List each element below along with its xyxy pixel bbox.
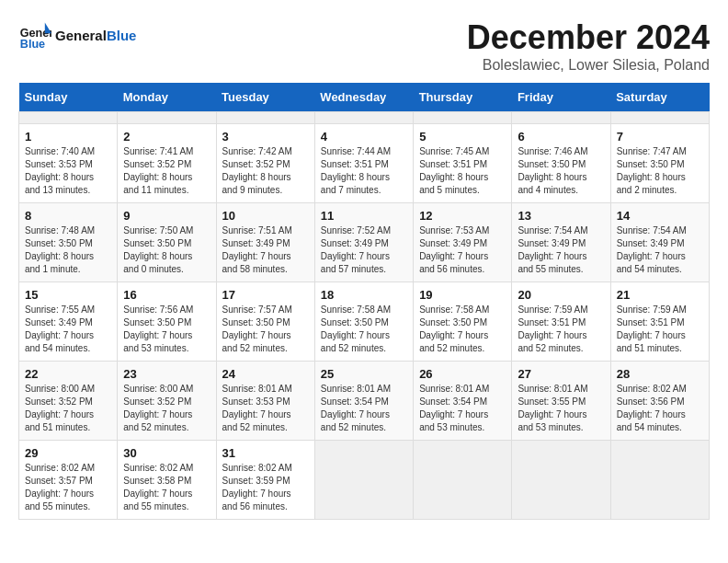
day-number: 23 [123,367,210,381]
day-info: Sunrise: 7:50 AMSunset: 3:50 PMDaylight:… [123,224,210,276]
day-info: Sunrise: 7:55 AMSunset: 3:49 PMDaylight:… [25,304,111,355]
header-day-thursday: Thursday [414,83,512,112]
calendar-cell: 11Sunrise: 7:52 AMSunset: 3:49 PMDayligh… [314,203,413,282]
day-number: 20 [518,288,604,302]
day-info: Sunrise: 7:57 AMSunset: 3:50 PMDaylight:… [222,304,309,355]
day-number: 30 [123,446,210,460]
day-info: Sunrise: 7:58 AMSunset: 3:50 PMDaylight:… [419,304,506,355]
day-info: Sunrise: 7:54 AMSunset: 3:49 PMDaylight:… [617,224,703,276]
day-number: 13 [518,209,604,223]
header-day-sunday: Sunday [19,83,118,112]
calendar-cell [19,112,118,124]
day-info: Sunrise: 7:45 AMSunset: 3:51 PMDaylight:… [419,145,506,197]
calendar-cell: 21Sunrise: 7:59 AMSunset: 3:51 PMDayligh… [610,282,709,362]
day-number: 12 [419,209,506,223]
header-day-friday: Friday [512,83,610,112]
day-number: 14 [617,209,703,223]
day-info: Sunrise: 7:40 AMSunset: 3:53 PMDaylight:… [25,145,111,197]
calendar-cell: 18Sunrise: 7:58 AMSunset: 3:50 PMDayligh… [314,282,413,362]
calendar-cell: 14Sunrise: 7:54 AMSunset: 3:49 PMDayligh… [610,203,709,282]
day-info: Sunrise: 8:01 AMSunset: 3:53 PMDaylight:… [222,383,309,434]
calendar-week-3: 8Sunrise: 7:48 AMSunset: 3:50 PMDaylight… [19,203,710,282]
day-number: 31 [222,446,309,460]
day-info: Sunrise: 7:41 AMSunset: 3:52 PMDaylight:… [123,145,210,197]
day-number: 1 [25,130,111,144]
day-number: 2 [123,130,210,144]
day-number: 8 [25,209,111,223]
header-day-saturday: Saturday [610,83,709,112]
calendar-cell [414,112,512,124]
day-info: Sunrise: 8:02 AMSunset: 3:56 PMDaylight:… [617,383,703,434]
day-number: 21 [617,288,703,302]
day-info: Sunrise: 7:44 AMSunset: 3:51 PMDaylight:… [321,145,407,197]
calendar-cell: 7Sunrise: 7:47 AMSunset: 3:50 PMDaylight… [610,124,709,203]
day-number: 11 [321,209,407,223]
day-info: Sunrise: 7:42 AMSunset: 3:52 PMDaylight:… [222,145,309,197]
calendar-cell [414,441,512,520]
day-info: Sunrise: 7:54 AMSunset: 3:49 PMDaylight:… [518,224,604,276]
day-number: 9 [123,209,210,223]
calendar-cell [118,112,216,124]
day-number: 27 [518,367,604,381]
calendar-cell [610,112,709,124]
logo: General Blue GeneralBlue [18,18,136,52]
day-number: 10 [222,209,309,223]
day-number: 16 [123,288,210,302]
header: General Blue GeneralBlue December 2024 B… [18,18,710,74]
calendar-cell: 31Sunrise: 8:02 AMSunset: 3:59 PMDayligh… [216,441,314,520]
calendar-cell: 28Sunrise: 8:02 AMSunset: 3:56 PMDayligh… [610,362,709,441]
header-day-monday: Monday [118,83,216,112]
day-info: Sunrise: 7:48 AMSunset: 3:50 PMDaylight:… [25,224,111,276]
calendar-cell [314,441,413,520]
calendar-week-4: 15Sunrise: 7:55 AMSunset: 3:49 PMDayligh… [19,282,710,362]
day-info: Sunrise: 8:00 AMSunset: 3:52 PMDaylight:… [25,383,111,434]
day-info: Sunrise: 8:02 AMSunset: 3:57 PMDaylight:… [25,462,111,513]
calendar-cell: 6Sunrise: 7:46 AMSunset: 3:50 PMDaylight… [512,124,610,203]
calendar-cell: 9Sunrise: 7:50 AMSunset: 3:50 PMDaylight… [118,203,216,282]
calendar-cell: 22Sunrise: 8:00 AMSunset: 3:52 PMDayligh… [19,362,118,441]
day-number: 25 [321,367,407,381]
calendar-cell: 24Sunrise: 8:01 AMSunset: 3:53 PMDayligh… [216,362,314,441]
calendar-cell: 15Sunrise: 7:55 AMSunset: 3:49 PMDayligh… [19,282,118,362]
day-info: Sunrise: 7:58 AMSunset: 3:50 PMDaylight:… [321,304,407,355]
day-info: Sunrise: 8:01 AMSunset: 3:54 PMDaylight:… [419,383,506,434]
day-info: Sunrise: 7:46 AMSunset: 3:50 PMDaylight:… [518,145,604,197]
calendar-week-5: 22Sunrise: 8:00 AMSunset: 3:52 PMDayligh… [19,362,710,441]
day-info: Sunrise: 7:52 AMSunset: 3:49 PMDaylight:… [321,224,407,276]
svg-text:Blue: Blue [20,38,45,51]
day-info: Sunrise: 7:59 AMSunset: 3:51 PMDaylight:… [617,304,703,355]
day-info: Sunrise: 7:47 AMSunset: 3:50 PMDaylight:… [617,145,703,197]
day-info: Sunrise: 8:01 AMSunset: 3:55 PMDaylight:… [518,383,604,434]
day-number: 29 [25,446,111,460]
title-area: December 2024 Boleslawiec, Lower Silesia… [467,18,710,74]
calendar-cell: 3Sunrise: 7:42 AMSunset: 3:52 PMDaylight… [216,124,314,203]
calendar-cell [216,112,314,124]
calendar-cell [512,441,610,520]
day-info: Sunrise: 8:02 AMSunset: 3:58 PMDaylight:… [123,462,210,513]
calendar-cell: 17Sunrise: 7:57 AMSunset: 3:50 PMDayligh… [216,282,314,362]
day-info: Sunrise: 8:00 AMSunset: 3:52 PMDaylight:… [123,383,210,434]
calendar-week-1 [19,112,710,124]
calendar-cell: 25Sunrise: 8:01 AMSunset: 3:54 PMDayligh… [314,362,413,441]
day-number: 4 [321,130,407,144]
calendar-week-2: 1Sunrise: 7:40 AMSunset: 3:53 PMDaylight… [19,124,710,203]
day-number: 17 [222,288,309,302]
calendar-cell: 19Sunrise: 7:58 AMSunset: 3:50 PMDayligh… [414,282,512,362]
day-number: 6 [518,130,604,144]
calendar-cell [512,112,610,124]
calendar-cell: 20Sunrise: 7:59 AMSunset: 3:51 PMDayligh… [512,282,610,362]
day-info: Sunrise: 7:59 AMSunset: 3:51 PMDaylight:… [518,304,604,355]
day-number: 18 [321,288,407,302]
day-number: 7 [617,130,703,144]
day-info: Sunrise: 7:53 AMSunset: 3:49 PMDaylight:… [419,224,506,276]
logo-text: GeneralBlue [55,28,136,43]
logo-icon: General Blue [18,18,51,52]
header-day-wednesday: Wednesday [314,83,413,112]
calendar-header-row: SundayMondayTuesdayWednesdayThursdayFrid… [19,83,710,112]
calendar-cell: 1Sunrise: 7:40 AMSunset: 3:53 PMDaylight… [19,124,118,203]
day-number: 24 [222,367,309,381]
day-info: Sunrise: 7:56 AMSunset: 3:50 PMDaylight:… [123,304,210,355]
calendar-cell: 16Sunrise: 7:56 AMSunset: 3:50 PMDayligh… [118,282,216,362]
header-day-tuesday: Tuesday [216,83,314,112]
day-number: 3 [222,130,309,144]
